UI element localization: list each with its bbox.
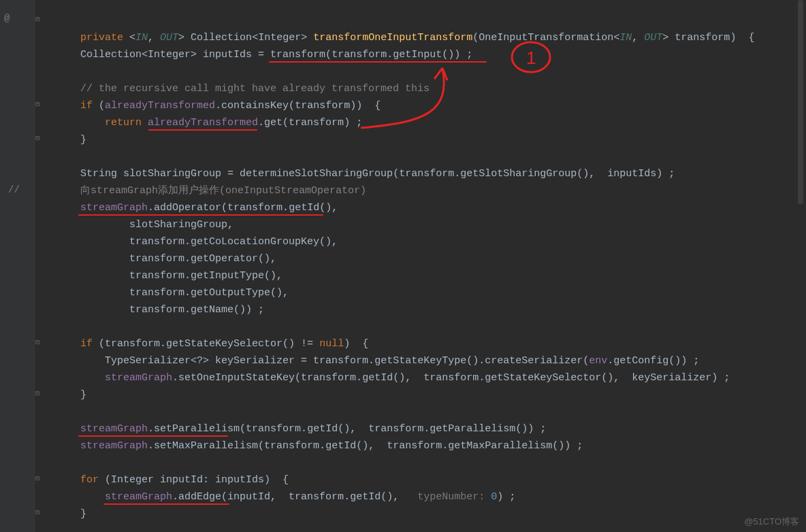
code-line: streamGraph.setOneInputStateKey(transfor… [105, 369, 730, 386]
annotation-underline [269, 61, 487, 63]
code-line: for (Integer inputId: inputIds) { [80, 471, 289, 488]
code-line: } [80, 131, 86, 148]
line-number-gutter: @ // [0, 0, 35, 532]
fold-icon[interactable]: ⊟ [35, 134, 42, 141]
code-line: transform.getInputType(), [129, 267, 283, 284]
code-line: 向streamGraph添加用户操作(oneInputStreamOperato… [80, 182, 366, 199]
line-comment-marker: // [8, 184, 20, 195]
fold-icon[interactable]: ⊟ [35, 508, 42, 515]
fold-icon[interactable]: ⊟ [35, 15, 42, 22]
watermark: @51CTO博客 [744, 516, 799, 528]
annotation-underline [148, 129, 257, 131]
code-editor[interactable]: private <IN, OUT> Collection<Integer> tr… [48, 0, 806, 532]
code-line: streamGraph.setMaxParallelism(transform.… [80, 437, 583, 454]
annotation-underline [78, 214, 323, 216]
code-line: private <IN, OUT> Collection<Integer> tr… [56, 12, 754, 29]
code-line: if (transform.getStateKeySelector() != n… [80, 335, 368, 352]
code-line: TypeSerializer<?> keySerializer = transf… [105, 352, 699, 369]
annotation-underline [103, 503, 229, 505]
code-line: } [80, 386, 86, 403]
code-line: transform.getCoLocationGroupKey(), [129, 233, 338, 250]
override-icon: @ [4, 13, 10, 24]
code-line: transform.getOperator(), [129, 250, 276, 267]
code-line: transform.getOutputType(), [129, 284, 289, 301]
code-line: slotSharingGroup, [129, 216, 233, 233]
fold-icon[interactable]: ⊟ [35, 474, 42, 481]
code-line: // the recursive call might have already… [80, 80, 430, 97]
code-line: if (alreadyTransformed.containsKey(trans… [80, 97, 381, 114]
code-line: transform.getName()) ; [129, 301, 264, 318]
fold-icon[interactable]: ⊟ [35, 338, 42, 345]
fold-icon[interactable]: ⊟ [35, 389, 42, 396]
code-line: String slotSharingGroup = determineSlotS… [80, 165, 675, 182]
scrollbar-vertical[interactable] [798, 0, 805, 532]
fold-gutter: ⊟ ⊟ ⊟ ⊟ ⊟ ⊟ ⊟ [34, 0, 46, 532]
scrollbar-thumb[interactable] [798, 0, 803, 204]
annotation-underline [78, 435, 228, 437]
fold-icon[interactable]: ⊟ [35, 100, 42, 107]
code-line: } [80, 505, 86, 522]
